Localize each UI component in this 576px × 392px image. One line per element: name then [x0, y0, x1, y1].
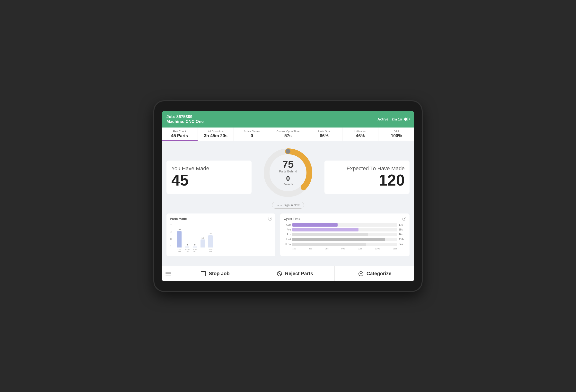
cycle-row-val: 57s: [399, 223, 406, 226]
expected-section: Expected To Have Made 120: [324, 160, 409, 194]
cycle-row-val: 118s: [399, 238, 406, 241]
bar-chart-area: 30 20 10 0 20 0: [170, 223, 272, 247]
y-axis: 30 20 10 0: [170, 223, 172, 247]
cycle-time-help-icon[interactable]: ?: [402, 217, 406, 221]
bar-group: 20: [177, 228, 182, 247]
parts-behind-label: Parts Behind: [279, 170, 297, 173]
cycle-x-label: 45s: [309, 247, 312, 250]
stat-item[interactable]: Active Alarms0: [234, 128, 270, 141]
cycle-x-label: 105s: [357, 247, 362, 250]
expected-value: 120: [329, 172, 405, 189]
cycle-time-title: Cycle Time ?: [284, 217, 406, 221]
cycle-x-label: 90s: [341, 247, 345, 250]
stat-value: 46%: [356, 133, 365, 138]
parts-made-title: Parts Made ?: [170, 217, 272, 221]
categorize-label: Categorize: [367, 271, 391, 276]
reject-icon: [276, 271, 283, 277]
main-content: You Have Made 45: [162, 141, 414, 266]
cycle-bar-track: [292, 243, 397, 246]
cycle-bar-fill: [292, 238, 385, 241]
cycle-row: Last 118s: [284, 238, 406, 241]
header-right: Active : 2m 1s: [377, 117, 409, 121]
job-title: Job: 8675309: [167, 114, 204, 119]
cycle-row-val: 94s: [399, 243, 406, 246]
cycle-x-label: 15s: [292, 247, 296, 250]
stat-label: Parts Goal: [309, 130, 339, 133]
cycle-x-label: 135s: [393, 247, 397, 250]
bar-group: 15: [208, 233, 213, 247]
stop-job-button[interactable]: Stop Job: [175, 266, 255, 281]
cycle-row-val: 96s: [399, 233, 406, 236]
bar-3: [193, 247, 197, 247]
bar-5: [208, 235, 213, 247]
sign-in-button[interactable]: →→ Sign In Now: [272, 202, 304, 209]
stop-icon: [200, 271, 206, 277]
cycle-row: Ave 85s: [284, 228, 406, 232]
menu-line-2: [166, 273, 171, 274]
menu-line-3: [166, 275, 171, 275]
parts-made-help-icon[interactable]: ?: [268, 217, 272, 221]
you-have-made-value: 45: [171, 172, 247, 189]
stat-value: 45 Parts: [171, 133, 188, 138]
cycle-bar-track: [292, 233, 397, 236]
stat-value: 57s: [284, 133, 292, 138]
sign-in-section[interactable]: →→ Sign In Now: [272, 202, 304, 209]
donut-center: 75 Parts Behind 0 Rejects: [279, 159, 297, 186]
stat-item[interactable]: All Downtime3h 45m 20s: [198, 128, 234, 141]
stat-label: All Downtime: [201, 130, 231, 133]
you-have-made-label: You Have Made: [171, 165, 247, 172]
bar-group: 0: [193, 244, 197, 247]
cycle-bar-track: [292, 228, 397, 232]
cycle-time-card: Cycle Time ? Curr 57s Ave 85s Exp 96s La…: [280, 213, 409, 256]
reject-parts-button[interactable]: Reject Parts: [255, 266, 335, 281]
cycle-row-label: Curr: [284, 223, 291, 226]
tablet-device: Job: 8675309 Machine: CNC One Active : 2…: [154, 101, 422, 291]
made-section: You Have Made 45: [167, 160, 252, 194]
rejects-label: Rejects: [279, 183, 297, 186]
stat-item[interactable]: Parts Goal66%: [306, 128, 343, 141]
stat-label: Active Alarms: [237, 130, 267, 133]
stat-value: 66%: [320, 133, 329, 138]
tablet-screen: Job: 8675309 Machine: CNC One Active : 2…: [162, 111, 414, 281]
stat-label: Utilization: [345, 130, 375, 133]
cycle-x-label: 120s: [375, 247, 380, 250]
stat-item[interactable]: Part Count45 Parts: [162, 128, 198, 141]
bar-group: 10: [201, 236, 205, 247]
donut-section: 75 Parts Behind 0 Rejects →→ Sign In Now: [257, 146, 319, 209]
stat-label: OEE: [381, 130, 411, 133]
stat-item[interactable]: Utilization46%: [343, 128, 379, 141]
stat-item[interactable]: OEE100%: [378, 128, 414, 141]
cycle-row-val: 85s: [399, 228, 406, 231]
svg-point-7: [361, 274, 361, 275]
menu-button[interactable]: [162, 268, 175, 280]
sign-in-label: Sign In Now: [284, 204, 300, 207]
cycle-bar-fill: [292, 228, 358, 232]
stop-job-label: Stop Job: [209, 271, 230, 276]
cycle-row-label: Last: [284, 238, 291, 241]
sign-in-arrow-icon: →→: [277, 204, 282, 207]
stat-item[interactable]: Current Cycle Time57s: [270, 128, 306, 141]
categorize-icon: [358, 271, 364, 277]
cycle-x-labels: 15s45s75s90s105s120s135s: [284, 247, 406, 250]
top-row: You Have Made 45: [167, 146, 409, 209]
stat-value: 0: [251, 133, 253, 138]
cycle-row-label: Ave: [284, 228, 291, 231]
cycle-row: Curr 57s: [284, 223, 406, 227]
stat-value: 100%: [391, 133, 402, 138]
bar-1: [177, 231, 182, 247]
menu-line-1: [166, 272, 171, 272]
svg-point-2: [286, 149, 290, 154]
stat-label: Current Cycle Time: [273, 130, 303, 133]
cycle-row: Exp 96s: [284, 233, 406, 236]
machine-title: Machine: CNC One: [167, 119, 204, 124]
bar-2: [185, 247, 189, 247]
parts-made-chart: 30 20 10 0 20 0: [170, 223, 272, 253]
categorize-button[interactable]: Categorize: [335, 266, 414, 281]
cycle-bar-track: [292, 223, 397, 227]
header-left: Job: 8675309 Machine: CNC One: [167, 114, 204, 124]
bottom-row: Parts Made ? 30 20 10 0 20: [167, 213, 409, 256]
cycle-bars: Curr 57s Ave 85s Exp 96s Last 118s LFew …: [284, 223, 406, 246]
x-labels: 4:30 AM 12:00 PM 8:00 PM 4:00 AM: [170, 248, 272, 253]
stat-label: Part Count: [165, 130, 195, 133]
footer-actions: Stop Job Reject Parts Categorize: [162, 266, 414, 281]
